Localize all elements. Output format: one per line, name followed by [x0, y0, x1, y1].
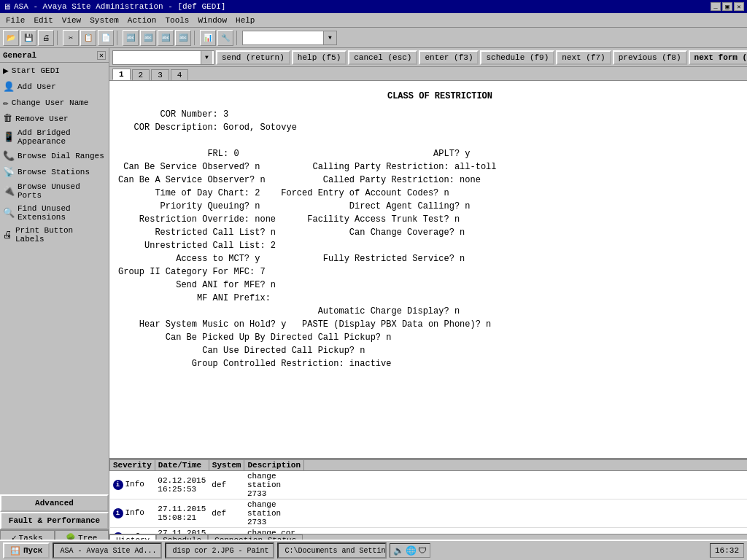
bridged-icon: 📱: [3, 131, 15, 143]
toolbar-btn-copy[interactable]: 📋: [80, 30, 96, 46]
table-row[interactable]: iInfo 27.11.2015 15:08:04 def change cor…: [110, 528, 748, 534]
next-form-btn[interactable]: next form (f6): [689, 50, 747, 65]
toolbar-btn-4[interactable]: 🔤: [123, 30, 139, 46]
menu-help[interactable]: Help: [231, 15, 259, 26]
log-table-container[interactable]: Severity Date/Time System Description iI…: [109, 459, 747, 534]
restricted-call-list: n: [271, 228, 276, 238]
sidebar-item-find-unused[interactable]: 🔍 Find Unused Extensions: [0, 202, 109, 224]
can-change-coverage: n: [460, 228, 465, 238]
title-controls[interactable]: _ ▣ ✕: [711, 2, 744, 11]
send-btn[interactable]: send (return): [216, 50, 290, 65]
sidebar-item-browse-stations[interactable]: 📡 Browse Stations: [0, 164, 109, 180]
sidebar-item-label: Find Unused Extensions: [18, 204, 106, 222]
start-gedi-icon: ▶: [3, 65, 9, 77]
menu-edit[interactable]: Edit: [29, 15, 57, 26]
taskbar-time: 16:32: [710, 543, 744, 558]
sidebar-item-browse-unused-ports[interactable]: 🔌 Browse Unused Ports: [0, 180, 109, 202]
menu-system[interactable]: System: [85, 15, 123, 26]
sidebar-item-add-bridged[interactable]: 📱 Add Bridged Appearance: [0, 126, 109, 148]
menu-tools[interactable]: Tools: [160, 15, 193, 26]
toolbar-btn-9[interactable]: 🔧: [217, 30, 233, 46]
toolbar-sep-4: [236, 31, 239, 45]
sidebar-item-add-user[interactable]: 👤 Add User: [0, 79, 109, 95]
find-icon: 🔍: [3, 207, 15, 219]
sidebar-item-start-gedi[interactable]: ▶ Start GEDI: [0, 63, 109, 79]
called-party-restriction: none: [460, 175, 481, 185]
menu-window[interactable]: Window: [193, 15, 231, 26]
sidebar-item-browse-dial[interactable]: 📞 Browse Dial Ranges: [0, 148, 109, 164]
form-body: COR Number: 3 COR Description: Gorod, So…: [118, 108, 747, 384]
command-combo[interactable]: display cor 3 ▼: [112, 50, 214, 65]
can-be-service-observed: n: [255, 162, 260, 172]
toolbar-btn-7[interactable]: 🔤: [175, 30, 191, 46]
sidebar-close-btn[interactable]: ✕: [97, 51, 106, 60]
toolbar-combo-input[interactable]: def: [243, 31, 323, 44]
unrestricted-call-list: 2: [271, 241, 276, 251]
toolbar-sep-1: [57, 31, 60, 45]
info-icon: i: [113, 508, 123, 518]
sidebar-item-print-labels[interactable]: 🖨 Print Button Labels: [0, 224, 109, 246]
enter-btn[interactable]: enter (f3): [419, 50, 479, 65]
menu-file[interactable]: File: [1, 15, 29, 26]
command-combo-arrow[interactable]: ▼: [201, 51, 212, 64]
calling-party-restriction: all-toll: [454, 162, 497, 172]
sidebar-item-label: Change User Name: [12, 98, 89, 107]
sidebar-item-label: Browse Stations: [18, 168, 90, 176]
sidebar: General ✕ ▶ Start GEDI 👤 Add User ✏ Chan…: [0, 48, 109, 545]
toolbar-combo-arrow[interactable]: ▼: [323, 31, 336, 44]
form-tab-2[interactable]: 2: [132, 69, 150, 80]
frl: 0: [233, 149, 239, 159]
start-button[interactable]: 🪟 Пуск: [3, 542, 50, 559]
taskbar-btn-asa[interactable]: ASA - Avaya Site Ad...: [53, 542, 162, 559]
next-btn[interactable]: next (f7): [556, 50, 611, 65]
col-severity: Severity: [110, 460, 155, 471]
sidebar-item-remove-user[interactable]: 🗑 Remove User: [0, 111, 109, 126]
log-table: Severity Date/Time System Description iI…: [109, 459, 747, 534]
maximize-btn[interactable]: ▣: [722, 2, 732, 11]
cancel-btn[interactable]: cancel (esc): [348, 50, 417, 65]
table-row[interactable]: iInfo 27.11.2015 15:08:21 def change sta…: [110, 499, 748, 528]
advanced-btn[interactable]: Advanced: [0, 494, 109, 512]
toolbar-btn-paste[interactable]: 📄: [98, 30, 114, 46]
close-btn[interactable]: ✕: [734, 2, 744, 11]
form-tab-1[interactable]: 1: [112, 69, 131, 80]
direct-agent-calling: n: [465, 201, 470, 211]
cell-extra: [304, 499, 747, 528]
toolbar-sep-2: [117, 31, 120, 45]
previous-btn[interactable]: previous (f8): [613, 50, 687, 65]
sidebar-item-label: Print Button Labels: [15, 226, 106, 244]
menu-view[interactable]: View: [58, 15, 85, 26]
toolbar-btn-cut[interactable]: ✂: [63, 30, 79, 46]
toolbar-combo[interactable]: def ▼: [242, 31, 337, 45]
main-layout: General ✕ ▶ Start GEDI 👤 Add User ✏ Chan…: [0, 48, 747, 545]
toolbar-btn-5[interactable]: 🔤: [140, 30, 156, 46]
minimize-btn[interactable]: _: [711, 2, 721, 11]
cor-number: 3: [223, 109, 228, 120]
add-user-icon: 👤: [3, 81, 15, 93]
windows-icon: 🪟: [10, 546, 20, 556]
sidebar-item-change-user-name[interactable]: ✏ Change User Name: [0, 95, 109, 111]
change-user-icon: ✏: [3, 97, 9, 109]
toolbar-btn-3[interactable]: 🖨: [38, 30, 54, 46]
toolbar-btn-1[interactable]: 📂: [3, 30, 19, 46]
cell-severity: iInfo: [110, 499, 155, 528]
toolbar-btn-2[interactable]: 💾: [20, 30, 36, 46]
schedule-btn[interactable]: schedule (f9): [480, 50, 554, 65]
toolbar-btn-8[interactable]: 📊: [200, 30, 216, 46]
cell-system: def: [209, 471, 244, 499]
cell-datetime: 27.11.2015 15:08:21: [155, 499, 209, 528]
access-to-mct: y: [255, 254, 260, 264]
command-input[interactable]: display cor 3: [113, 51, 201, 64]
help-btn[interactable]: help (f5): [292, 50, 347, 65]
fault-performance-btn[interactable]: Fault & Performance: [0, 512, 109, 529]
toolbar-btn-6[interactable]: 🔤: [158, 30, 174, 46]
taskbar-btn-paint[interactable]: disp cor 2.JPG - Paint: [165, 542, 274, 559]
print-icon: 🖨: [3, 230, 12, 241]
titlebar: 🖥 ASA - Avaya Site Administration - [def…: [0, 0, 747, 13]
form-tab-3[interactable]: 3: [151, 69, 169, 80]
menu-action[interactable]: Action: [123, 15, 161, 26]
form-tab-4[interactable]: 4: [171, 69, 189, 80]
taskbar-btn-docs[interactable]: C:\Documents and Settin...: [277, 542, 387, 559]
table-row[interactable]: iInfo 02.12.2015 16:25:53 def change sta…: [110, 471, 748, 499]
log-tbody: iInfo 02.12.2015 16:25:53 def change sta…: [110, 471, 748, 534]
